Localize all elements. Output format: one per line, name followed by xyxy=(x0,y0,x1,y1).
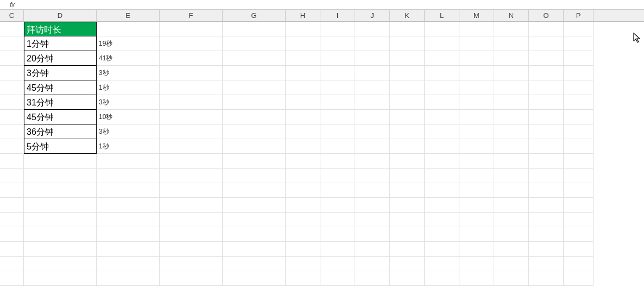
cell[interactable] xyxy=(97,169,160,183)
cell[interactable] xyxy=(223,110,286,124)
cell[interactable] xyxy=(223,124,286,139)
cell[interactable] xyxy=(0,124,24,139)
cell[interactable] xyxy=(286,242,320,257)
cell[interactable] xyxy=(459,257,494,271)
cell[interactable] xyxy=(564,227,594,242)
cell[interactable] xyxy=(529,139,564,154)
cell[interactable] xyxy=(0,139,24,154)
cell[interactable] xyxy=(97,198,160,213)
cell[interactable] xyxy=(24,169,97,183)
cell[interactable] xyxy=(223,213,286,227)
cell[interactable] xyxy=(564,36,594,51)
cell[interactable] xyxy=(494,80,529,95)
cell[interactable] xyxy=(390,242,425,257)
cell[interactable] xyxy=(286,66,320,80)
cell[interactable] xyxy=(494,242,529,257)
cell[interactable] xyxy=(0,257,24,271)
cell[interactable] xyxy=(494,124,529,139)
cell[interactable] xyxy=(0,66,24,80)
cell[interactable] xyxy=(0,51,24,66)
cell[interactable] xyxy=(223,183,286,198)
cell[interactable] xyxy=(320,51,355,66)
cell[interactable] xyxy=(494,66,529,80)
cell[interactable] xyxy=(24,198,97,213)
cell[interactable] xyxy=(223,95,286,110)
cell[interactable] xyxy=(223,139,286,154)
cell[interactable] xyxy=(390,227,425,242)
cell[interactable]: 31分钟 xyxy=(24,95,97,110)
cell[interactable]: 20分钟 xyxy=(24,51,97,66)
cell[interactable] xyxy=(24,183,97,198)
column-header-l[interactable]: L xyxy=(425,10,459,21)
cell[interactable]: 3秒 xyxy=(97,95,160,110)
cell[interactable] xyxy=(390,22,425,36)
cell[interactable] xyxy=(160,198,223,213)
cell[interactable] xyxy=(459,110,494,124)
cell[interactable] xyxy=(160,271,223,286)
column-header-c[interactable]: C xyxy=(0,10,24,21)
cell[interactable] xyxy=(529,36,564,51)
cell[interactable] xyxy=(223,22,286,36)
cell[interactable] xyxy=(97,227,160,242)
cell[interactable] xyxy=(459,183,494,198)
cell[interactable] xyxy=(529,95,564,110)
cell[interactable] xyxy=(529,66,564,80)
cell[interactable] xyxy=(494,183,529,198)
cell[interactable] xyxy=(160,139,223,154)
cell[interactable] xyxy=(160,242,223,257)
column-header-g[interactable]: G xyxy=(223,10,286,21)
cell[interactable] xyxy=(564,183,594,198)
cell[interactable]: 拜访时长 xyxy=(24,22,97,36)
column-header-d[interactable]: D xyxy=(24,10,97,21)
cell[interactable] xyxy=(320,257,355,271)
cell[interactable] xyxy=(160,154,223,169)
cell[interactable] xyxy=(160,169,223,183)
cell[interactable]: 45分钟 xyxy=(24,80,97,95)
cell[interactable] xyxy=(160,183,223,198)
cell[interactable] xyxy=(494,36,529,51)
cell[interactable] xyxy=(564,139,594,154)
cell[interactable] xyxy=(24,154,97,169)
cell[interactable] xyxy=(425,124,459,139)
cell[interactable] xyxy=(529,257,564,271)
cell[interactable] xyxy=(494,271,529,286)
cell[interactable] xyxy=(160,36,223,51)
cell[interactable] xyxy=(355,242,390,257)
cell[interactable] xyxy=(564,51,594,66)
cell[interactable] xyxy=(286,139,320,154)
cell[interactable] xyxy=(529,154,564,169)
cell[interactable] xyxy=(286,257,320,271)
cell[interactable] xyxy=(320,110,355,124)
cell[interactable] xyxy=(459,242,494,257)
cell[interactable] xyxy=(355,139,390,154)
cell[interactable] xyxy=(494,95,529,110)
cell[interactable] xyxy=(160,51,223,66)
cell[interactable] xyxy=(24,227,97,242)
cell[interactable] xyxy=(390,80,425,95)
cell[interactable] xyxy=(564,198,594,213)
cell[interactable] xyxy=(320,169,355,183)
cell[interactable] xyxy=(425,95,459,110)
cell[interactable] xyxy=(529,198,564,213)
cell[interactable] xyxy=(0,213,24,227)
cell[interactable] xyxy=(0,36,24,51)
column-header-p[interactable]: P xyxy=(564,10,594,21)
cell[interactable] xyxy=(286,22,320,36)
cell[interactable] xyxy=(425,242,459,257)
cell[interactable] xyxy=(355,22,390,36)
cell[interactable] xyxy=(564,95,594,110)
cell[interactable] xyxy=(0,227,24,242)
cell[interactable] xyxy=(0,242,24,257)
cell[interactable] xyxy=(494,51,529,66)
cell[interactable] xyxy=(0,183,24,198)
cell[interactable] xyxy=(24,213,97,227)
cell[interactable] xyxy=(223,169,286,183)
cell[interactable]: 1分钟 xyxy=(24,36,97,51)
cell[interactable] xyxy=(494,257,529,271)
cell[interactable] xyxy=(97,183,160,198)
cell[interactable] xyxy=(529,242,564,257)
cell[interactable] xyxy=(425,271,459,286)
cell[interactable] xyxy=(564,271,594,286)
cell[interactable] xyxy=(286,169,320,183)
cell[interactable] xyxy=(355,110,390,124)
